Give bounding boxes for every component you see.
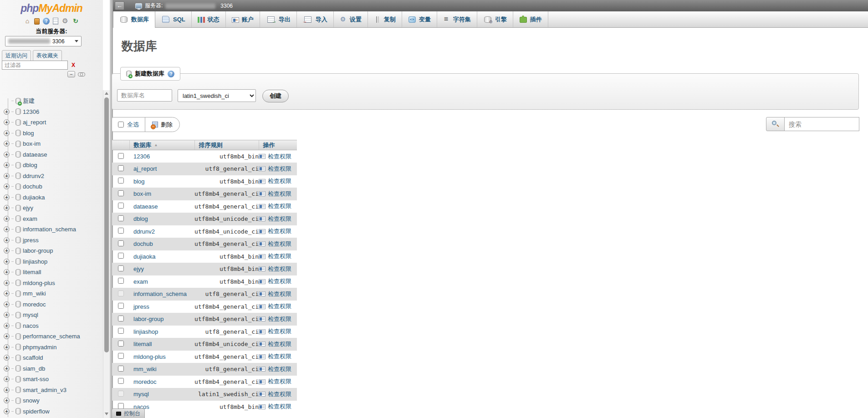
tree-item-performance_schema[interactable]: + performance_schema xyxy=(4,331,80,342)
database-link[interactable]: labor-group xyxy=(129,316,164,322)
expand-icon[interactable]: + xyxy=(4,355,10,361)
check-privileges-link[interactable]: 检查权限 xyxy=(268,190,291,198)
tab-sql[interactable]: SQL xyxy=(155,11,192,27)
check-privileges-link[interactable]: 检查权限 xyxy=(268,252,291,260)
row-checkbox[interactable] xyxy=(118,215,124,221)
expand-icon[interactable]: + xyxy=(4,269,10,275)
check-privileges-link[interactable]: 检查权限 xyxy=(268,403,291,411)
expand-icon[interactable]: + xyxy=(4,119,10,125)
check-privileges-link[interactable]: 检查权限 xyxy=(268,265,291,273)
row-checkbox[interactable] xyxy=(118,265,124,271)
database-link[interactable]: litemall xyxy=(129,341,152,347)
tree-item-snowy[interactable]: + snowy xyxy=(4,395,40,406)
expand-icon[interactable]: + xyxy=(4,141,10,147)
database-link[interactable]: mysql xyxy=(129,391,149,398)
tree-item-dblog[interactable]: + dblog xyxy=(4,160,37,170)
check-privileges-link[interactable]: 检查权限 xyxy=(268,227,291,235)
tree-item-ddrunv2[interactable]: + ddrunv2 xyxy=(4,171,44,181)
expand-icon[interactable]: + xyxy=(4,333,10,339)
expand-icon[interactable]: + xyxy=(4,248,10,254)
row-checkbox[interactable] xyxy=(118,378,124,384)
collation-value[interactable]: utf8mb4_bin xyxy=(220,153,259,160)
collation-value[interactable]: utf8mb4_general_ci xyxy=(194,303,259,310)
header-collation[interactable]: 排序规则 xyxy=(194,140,259,150)
delete-button[interactable]: 删除 xyxy=(145,117,179,132)
database-link[interactable]: box-im xyxy=(129,190,151,197)
expand-icon[interactable]: + xyxy=(4,194,10,200)
tab-plugins[interactable]: 插件 xyxy=(513,11,548,27)
tree-item-smart-sso[interactable]: + smart-sso xyxy=(4,374,49,384)
collation-value[interactable]: utf8_general_ci xyxy=(205,328,259,335)
tab-charsets[interactable]: 字符集 xyxy=(437,11,477,27)
select-all-label[interactable]: 全选 xyxy=(127,121,139,129)
tree-item-spiderflow[interactable]: + spiderflow xyxy=(4,406,50,417)
row-checkbox[interactable] xyxy=(118,228,124,234)
collation-value[interactable]: utf8_general_ci xyxy=(205,165,259,172)
row-checkbox[interactable] xyxy=(118,328,124,334)
collation-value[interactable]: utf8mb4_bin xyxy=(220,403,259,410)
row-checkbox[interactable] xyxy=(118,353,124,359)
database-link[interactable]: ddrunv2 xyxy=(129,228,155,235)
expand-icon[interactable]: + xyxy=(4,280,10,286)
expand-icon[interactable]: + xyxy=(4,109,10,115)
expand-icon[interactable]: + xyxy=(4,226,10,232)
tree-item-exam[interactable]: + exam xyxy=(4,214,37,224)
check-privileges-link[interactable]: 检查权限 xyxy=(268,277,291,285)
collation-value[interactable]: utf8mb4_bin xyxy=(220,278,259,285)
row-checkbox[interactable] xyxy=(118,240,124,246)
row-checkbox[interactable] xyxy=(118,178,124,184)
scrollbar-thumb[interactable] xyxy=(104,97,109,352)
database-name-input[interactable] xyxy=(117,89,172,102)
database-link[interactable]: aj_report xyxy=(129,165,157,172)
tab-replication[interactable]: 复制 xyxy=(368,11,402,27)
collation-value[interactable]: utf8mb4_general_ci xyxy=(194,203,259,210)
tree-item-12306[interactable]: + 12306 xyxy=(4,107,39,117)
check-privileges-link[interactable]: 检查权限 xyxy=(268,202,291,210)
database-link[interactable]: mldong-plus xyxy=(129,353,166,360)
tree-item-box-im[interactable]: + box-im xyxy=(4,138,41,149)
row-checkbox[interactable] xyxy=(118,165,124,171)
tab-variables[interactable]: 变量 xyxy=(402,11,437,27)
collation-value[interactable]: utf8mb4_bin xyxy=(220,253,259,260)
tab-settings[interactable]: 设置 xyxy=(334,11,368,27)
tree-item-dochub[interactable]: + dochub xyxy=(4,181,42,192)
tree-item-phpmyadmin[interactable]: + phpmyadmin xyxy=(4,342,56,352)
expand-icon[interactable]: + xyxy=(4,387,10,393)
database-link[interactable]: ejyy xyxy=(129,265,144,272)
sidebar-scrollbar[interactable] xyxy=(103,90,110,418)
expand-icon[interactable]: + xyxy=(4,205,10,211)
tree-item-mldong-plus[interactable]: + mldong-plus xyxy=(4,278,55,288)
expand-icon[interactable]: + xyxy=(4,216,10,222)
collation-value[interactable]: latin1_swedish_ci xyxy=(198,391,259,398)
expand-icon[interactable]: + xyxy=(4,291,10,296)
collation-value[interactable]: utf8mb4_unicode_ci xyxy=(194,215,259,222)
row-checkbox[interactable] xyxy=(118,303,124,309)
database-link[interactable]: linjiashop xyxy=(129,328,158,335)
database-link[interactable]: jpress xyxy=(129,303,149,310)
tree-item-dujiaoka[interactable]: + dujiaoka xyxy=(4,192,45,203)
scroll-up-icon[interactable] xyxy=(105,92,108,95)
check-privileges-link[interactable]: 检查权限 xyxy=(268,340,291,348)
collation-value[interactable]: utf8mb4_general_ci xyxy=(194,353,259,360)
collation-value[interactable]: utf8mb4_general_ci xyxy=(194,378,259,385)
tree-item-information_schema[interactable]: + information_schema xyxy=(4,224,76,234)
collation-value[interactable]: utf8mb4_bin xyxy=(220,265,259,272)
tree-item-ejyy[interactable]: + ejyy xyxy=(4,203,33,213)
collation-select[interactable]: latin1_swedish_ci xyxy=(178,89,256,102)
tree-item-aj_report[interactable]: + aj_report xyxy=(4,117,46,127)
back-button[interactable]: ← xyxy=(115,1,124,10)
collation-value[interactable]: utf8mb4_general_ci xyxy=(194,190,259,197)
tree-item-smart_admin_v3[interactable]: + smart_admin_v3 xyxy=(4,385,66,395)
database-link[interactable]: dataease xyxy=(129,203,158,210)
tree-item-nacos[interactable]: + nacos xyxy=(4,321,39,331)
database-link[interactable]: mm_wiki xyxy=(129,366,157,372)
tab-database[interactable]: 数据库 xyxy=(113,11,155,28)
search-input[interactable] xyxy=(784,117,859,131)
tab-import[interactable]: 导入 xyxy=(297,11,334,27)
tree-item-新建[interactable]: 新建 xyxy=(4,96,35,106)
row-checkbox[interactable] xyxy=(118,391,124,397)
expand-icon[interactable]: + xyxy=(4,237,10,243)
console-bar[interactable]: 控制台 xyxy=(112,408,145,418)
expand-icon[interactable]: + xyxy=(4,376,10,382)
row-checkbox[interactable] xyxy=(118,153,124,159)
